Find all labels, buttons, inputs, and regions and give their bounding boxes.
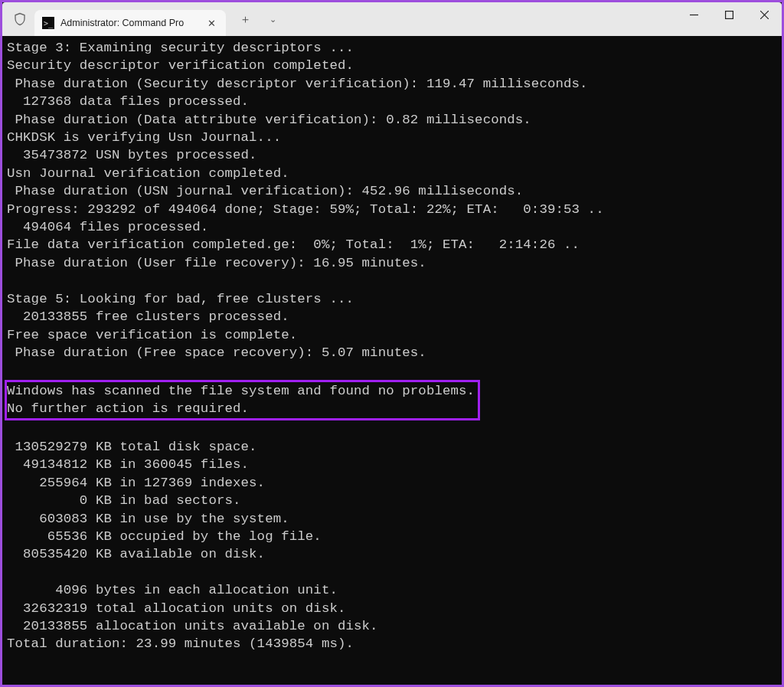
close-icon <box>760 11 769 19</box>
close-icon: ✕ <box>207 18 216 29</box>
chevron-down-icon: ⌄ <box>270 15 276 25</box>
maximize-icon <box>725 11 733 19</box>
tab-dropdown-button[interactable]: ⌄ <box>261 8 284 31</box>
shield-icon <box>13 12 27 26</box>
window-frame: >_ Administrator: Command Pro ✕ ＋ ⌄ Stag… <box>0 0 784 687</box>
highlighted-result: Windows has scanned the file system and … <box>5 380 480 420</box>
terminal-icon: >_ <box>42 17 54 29</box>
tab-title: Administrator: Command Pro <box>60 18 204 28</box>
tab-active[interactable]: >_ Administrator: Command Pro ✕ <box>34 10 226 36</box>
titlebar: >_ Administrator: Command Pro ✕ ＋ ⌄ <box>2 2 782 36</box>
close-window-button[interactable] <box>746 2 782 27</box>
minimize-button[interactable] <box>676 2 711 27</box>
close-tab-button[interactable]: ✕ <box>204 16 218 30</box>
terminal-output[interactable]: Stage 3: Examining security descriptors … <box>2 36 782 685</box>
svg-rect-1 <box>725 11 733 18</box>
plus-icon: ＋ <box>240 12 251 27</box>
maximize-button[interactable] <box>711 2 746 27</box>
minimize-icon <box>690 11 698 19</box>
window-controls <box>676 2 782 36</box>
new-tab-button[interactable]: ＋ <box>234 8 256 31</box>
